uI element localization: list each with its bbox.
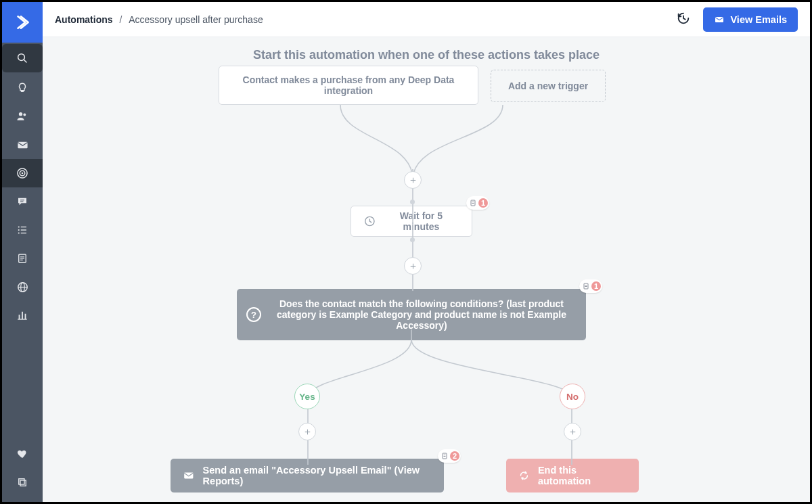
svg-point-3 [23,114,26,116]
envelope-icon [16,139,29,152]
sidebar-pages[interactable] [2,244,43,273]
bar-chart-icon [16,309,28,321]
sidebar-favorites[interactable] [2,440,43,468]
plus-icon [409,176,418,185]
clipboard-icon [469,199,477,207]
plus-icon [303,428,312,436]
sidebar-idea[interactable] [2,74,43,102]
svg-rect-47 [443,453,447,459]
send-email-node[interactable]: Send an email "Accessory Upsell Email" (… [171,459,444,492]
sidebar-lists[interactable] [2,216,43,244]
canvas-headline: Start this automation when one of these … [43,48,810,62]
breadcrumb-page: Accessory upsell after purchase [129,14,263,25]
refresh-icon [518,469,530,482]
sidebar-copy[interactable] [2,468,43,497]
wait-node-label: Wait for 5 minutes [383,210,459,232]
trigger-node[interactable]: Contact makes a purchase from any Deep D… [219,66,478,105]
view-emails-button[interactable]: View Emails [703,7,798,32]
view-emails-label: View Emails [730,14,787,25]
history-button[interactable] [676,11,691,28]
plus-icon [409,262,418,271]
end-automation-node[interactable]: End this automation [506,459,639,492]
sidebar [2,2,43,502]
yes-label: Yes [299,392,315,402]
sidebar-search[interactable] [2,44,43,72]
list-icon [16,224,28,236]
trigger-node-label: Contact makes a purchase from any Deep D… [231,74,466,96]
svg-point-11 [18,229,20,231]
envelope-icon [714,14,725,25]
svg-rect-28 [19,479,24,484]
no-label: No [566,392,579,402]
svg-rect-39 [584,283,588,289]
add-trigger-label: Add a new trigger [508,81,588,91]
node-badge[interactable]: 1 [579,279,602,293]
svg-point-12 [18,232,20,233]
clipboard-icon [441,452,449,460]
breadcrumb-section[interactable]: Automations [55,14,113,25]
connector-dot [410,200,415,204]
wait-node[interactable]: Wait for 5 minutes [351,206,472,237]
add-step-button[interactable] [298,423,316,440]
search-icon [16,52,28,64]
clipboard-icon [582,282,590,290]
lightbulb-icon [16,82,28,94]
breadcrumb-separator: / [119,14,122,25]
clock-icon [363,214,376,228]
connector-dot [410,237,415,242]
history-icon [676,11,691,26]
svg-rect-34 [471,200,475,206]
add-step-button[interactable] [404,171,422,189]
svg-point-2 [19,112,22,116]
node-badge[interactable]: 1 [466,196,489,210]
target-icon [16,166,29,180]
sidebar-conversations[interactable] [2,187,43,216]
svg-point-10 [18,226,20,227]
badge-count: 1 [591,281,601,291]
plus-icon [568,428,577,436]
globe-icon [16,281,29,294]
svg-rect-29 [715,17,723,22]
badge-count: 2 [450,451,459,461]
condition-node-label: Does the contact match the following con… [277,298,566,331]
add-trigger-node[interactable]: Add a new trigger [491,70,606,102]
yes-branch[interactable]: Yes [294,384,320,409]
badge-count: 1 [478,198,488,208]
no-branch[interactable]: No [560,384,585,409]
sidebar-web[interactable] [2,273,43,301]
add-step-button[interactable] [564,423,581,440]
sidebar-reports[interactable] [2,301,43,329]
heart-icon [16,448,28,460]
sidebar-automations[interactable] [2,159,43,187]
automation-canvas: Start this automation when one of these … [43,37,810,502]
svg-line-1 [24,60,26,62]
sidebar-email[interactable] [2,131,43,159]
brand-logo[interactable] [2,2,43,43]
page-icon [16,252,28,265]
breadcrumb: Automations / Accessory upsell after pur… [55,14,263,25]
chevron-right-icon [14,14,31,31]
topbar: Automations / Accessory upsell after pur… [43,2,810,37]
send-email-label: Send an email "Accessory Upsell Email" (… [203,465,432,486]
contacts-icon [16,110,29,123]
node-badge[interactable]: 2 [438,449,461,463]
sidebar-contacts[interactable] [2,102,43,131]
svg-point-7 [22,173,24,175]
question-icon: ? [246,307,261,322]
svg-rect-27 [20,480,26,486]
envelope-icon [183,469,195,482]
svg-rect-46 [184,473,193,479]
chat-icon [16,196,28,208]
condition-node[interactable]: ? Does the contact match the following c… [237,289,586,340]
add-step-button[interactable] [404,257,422,275]
end-automation-label: End this automation [538,465,627,486]
svg-rect-4 [18,141,27,148]
copy-icon [16,476,28,488]
